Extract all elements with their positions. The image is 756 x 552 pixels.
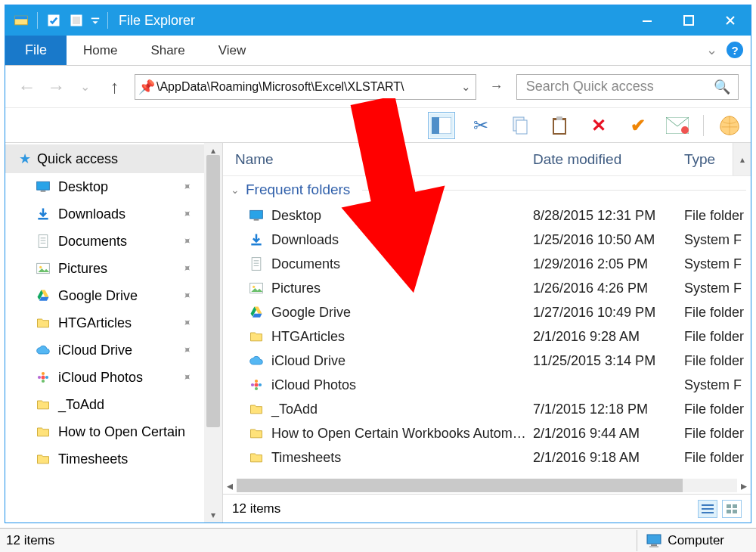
quick-access-dropdown-icon[interactable] (88, 9, 103, 32)
list-item[interactable]: iCloud Drive11/25/2015 3:14 PMFile folde… (223, 349, 751, 373)
view-details-button[interactable] (698, 500, 717, 518)
sidebar-item-htgarticles[interactable]: HTGArticles✦ (5, 309, 204, 336)
mail-button[interactable] (664, 112, 691, 139)
sidebar-item-icloud-photos[interactable]: iCloud Photos✦ (5, 364, 204, 391)
new-folder-icon[interactable] (65, 9, 88, 32)
item-name: Timesheets (271, 450, 341, 466)
address-input[interactable] (155, 79, 459, 95)
cut-button[interactable]: ✂ (467, 112, 494, 139)
sidebar-item-label: Desktop (58, 179, 108, 195)
search-input[interactable] (525, 78, 714, 95)
list-item[interactable]: How to Open Certain Workbooks Autom…2/1/… (223, 421, 751, 445)
list-item[interactable]: Pictures1/26/2016 4:26 PMSystem F (223, 276, 751, 300)
hscroll-thumb[interactable] (237, 479, 683, 492)
scroll-thumb[interactable] (206, 155, 220, 427)
sidebar-item-icloud-drive[interactable]: iCloud Drive✦ (5, 336, 204, 364)
address-history-icon[interactable]: ⌄ (459, 80, 472, 94)
list-item[interactable]: iCloud PhotosSystem F (223, 373, 751, 397)
back-button[interactable]: ← (17, 77, 36, 97)
item-name: Google Drive (271, 305, 351, 321)
pin-icon: ✦ (180, 261, 195, 276)
scroll-right-icon[interactable]: ▸ (737, 479, 751, 493)
column-date[interactable]: Date modified (533, 151, 684, 168)
shell-extension-icon[interactable] (716, 112, 743, 139)
address-bar[interactable]: 📌 ⌄ (135, 74, 476, 100)
computer-indicator[interactable]: Computer (637, 530, 750, 551)
view-large-button[interactable] (722, 500, 742, 518)
list-item[interactable]: _ToAdd7/1/2015 12:18 PMFile folder (223, 397, 751, 421)
list-item[interactable]: Downloads1/25/2016 10:50 AMSystem F (223, 228, 751, 252)
svg-rect-18 (41, 191, 46, 192)
svg-point-29 (42, 380, 45, 383)
content-scroll-up-icon[interactable]: ▴ (733, 143, 751, 175)
item-date: 1/27/2016 10:49 PM (533, 305, 684, 321)
sidebar-item-timesheets[interactable]: Timesheets (5, 445, 204, 473)
search-icon[interactable]: 🔍 (714, 79, 730, 95)
titlebar: File Explorer (5, 5, 751, 36)
sidebar-item-label: HTGArticles (58, 315, 132, 331)
item-type: System F (684, 232, 751, 248)
item-name: Downloads (271, 232, 339, 248)
svg-rect-1 (15, 16, 28, 19)
tab-home[interactable]: Home (67, 36, 134, 65)
svg-rect-54 (649, 546, 658, 547)
sidebar-item--toadd[interactable]: _ToAdd (5, 391, 204, 418)
minimize-button[interactable] (626, 5, 668, 36)
item-date: 11/25/2015 3:14 PM (533, 353, 684, 369)
confirm-button[interactable]: ✔ (624, 112, 652, 139)
item-type: File folder (684, 353, 751, 369)
go-button[interactable]: → (487, 79, 506, 95)
svg-point-26 (42, 376, 45, 380)
up-button[interactable]: ↑ (105, 77, 124, 97)
item-name: Desktop (271, 208, 321, 224)
item-date: 1/26/2016 4:26 PM (533, 281, 684, 296)
forward-button[interactable]: → (47, 77, 66, 97)
list-item[interactable]: Google Drive1/27/2016 10:49 PMFile folde… (223, 300, 751, 324)
tab-file[interactable]: File (5, 36, 67, 65)
ribbon-collapse-icon[interactable]: ⌄ (706, 42, 717, 58)
pin-icon: 📌 (138, 79, 155, 95)
help-button[interactable]: ? (727, 42, 743, 58)
list-item[interactable]: Timesheets2/1/2016 9:18 AMFile folder (223, 445, 751, 470)
list-item[interactable]: Documents1/29/2016 2:05 PMSystem F (223, 252, 751, 276)
recent-dropdown-icon[interactable]: ⌄ (76, 77, 95, 97)
maximize-button[interactable] (668, 5, 709, 36)
scroll-left-icon[interactable]: ◂ (223, 479, 237, 493)
delete-button[interactable]: ✕ (585, 112, 612, 139)
svg-rect-50 (727, 510, 731, 513)
svg-rect-34 (252, 258, 261, 271)
sidebar-item-desktop[interactable]: Desktop✦ (5, 173, 204, 200)
properties-icon[interactable] (42, 9, 65, 32)
inner-status-bar: 12 items (223, 494, 751, 523)
item-date: 2/1/2016 9:28 AM (533, 329, 684, 345)
sidebar-item-documents[interactable]: Documents✦ (5, 228, 204, 255)
group-header[interactable]: ⌄ Frequent folders (223, 176, 751, 203)
pin-icon: ✦ (180, 179, 195, 194)
sidebar-scrollbar[interactable]: ▴ ▾ (204, 143, 222, 523)
sidebar-item-how-to-open-certain[interactable]: How to Open Certain (5, 418, 204, 445)
sidebar-item-downloads[interactable]: Downloads✦ (5, 200, 204, 228)
column-type[interactable]: Type (684, 151, 733, 168)
sidebar-item-pictures[interactable]: Pictures✦ (5, 255, 204, 282)
item-type: File folder (684, 426, 751, 442)
item-date: 8/28/2015 12:31 PM (533, 208, 684, 224)
close-button[interactable] (709, 5, 751, 36)
scroll-down-icon[interactable]: ▾ (204, 507, 222, 523)
sidebar-item-google-drive[interactable]: Google Drive✦ (5, 282, 204, 309)
item-type: File folder (684, 402, 751, 417)
computer-label: Computer (668, 533, 724, 548)
sidebar-item-label: iCloud Drive (58, 343, 132, 358)
search-box[interactable]: 🔍 (516, 74, 739, 100)
copy-button[interactable] (507, 112, 534, 139)
sidebar-item-label: _ToAdd (58, 397, 104, 413)
tab-share[interactable]: Share (134, 36, 201, 65)
list-item[interactable]: HTGArticles2/1/2016 9:28 AMFile folder (223, 324, 751, 349)
horizontal-scrollbar[interactable]: ◂ ▸ (223, 477, 751, 494)
list-item[interactable]: Desktop8/28/2015 12:31 PMFile folder (223, 203, 751, 228)
quick-access-header[interactable]: ★ Quick access (5, 144, 204, 173)
paste-button[interactable] (546, 112, 573, 139)
column-name[interactable]: Name (223, 151, 533, 168)
tab-view[interactable]: View (202, 36, 263, 65)
preview-pane-button[interactable] (428, 112, 455, 139)
pin-icon: ✦ (180, 234, 195, 249)
